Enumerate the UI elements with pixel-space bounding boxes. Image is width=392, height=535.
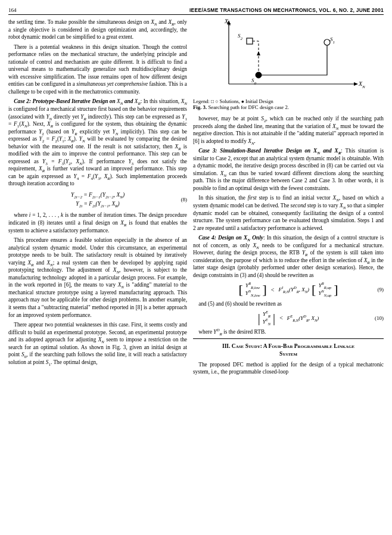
svg-marker-2: [354, 82, 358, 86]
svg-text:XN: XN: [358, 80, 365, 89]
equation-10: | YER YEN | < FER,N(YDR, XN) (10): [193, 310, 384, 325]
svg-text:XR: XR: [224, 18, 231, 27]
svg-text:S1: S1: [330, 36, 335, 45]
para-where-i: where i = 1, 2, . . . , k is the number …: [8, 211, 187, 234]
eq9-label: (9): [378, 287, 384, 293]
para-however: however, may be at point S2, which can b…: [193, 115, 384, 145]
two-column-content: the settling time. To make possible the …: [8, 18, 384, 528]
para-case2: Case 2: Prototype-Based Iterative Design…: [8, 98, 187, 188]
para-in-situation: In this situation, the first step is to …: [193, 194, 384, 232]
figure-3: XN XR S0: [193, 18, 384, 110]
fig-caption: Legend: □ ○ Solutions, ● Initial Design …: [193, 98, 384, 110]
svg-text:S2: S2: [238, 33, 243, 41]
page-header: 164 IEEE/ASME TRANSACTIONS ON MECHATRONI…: [8, 7, 384, 15]
para-where-desired: where YDR is the desired RTB.: [193, 328, 384, 336]
para-proposed: The proposed DFC method is applied for t…: [193, 361, 384, 376]
fig-label: Fig. 3.: [193, 104, 207, 110]
para-weaknesses: There appear two potential weaknesses in…: [8, 321, 187, 366]
svg-rect-10: [247, 38, 253, 44]
page: 164 IEEE/ASME TRANSACTIONS ON MECHATRONI…: [0, 0, 392, 535]
left-column: the settling time. To make possible the …: [8, 18, 187, 528]
svg-text:S0: S0: [251, 77, 257, 86]
section-divider: [193, 338, 384, 339]
fig-caption-text: Searching path for DFC design case 2.: [208, 104, 289, 110]
svg-point-8: [324, 39, 330, 45]
para-procedure: This procedure ensures a feasible soluti…: [8, 237, 187, 319]
equation-9: [ YRR,low YNN,low ] < FIR,N(YDR, XN) [ Y…: [193, 282, 384, 297]
eq10-label: (10): [375, 315, 384, 321]
para-settling: the settling time. To make possible the …: [8, 18, 187, 41]
page-number: 164: [8, 7, 17, 13]
para-case3: Case 3: Simulation-Based Iterative Desig…: [193, 147, 384, 192]
eq8-label: (8): [181, 197, 188, 203]
para-potential-weakness: There is a potential weakness in this de…: [8, 43, 187, 96]
para-and5-6: and (5) and (6) should be rewritten as: [193, 300, 384, 308]
right-column: XN XR S0: [193, 18, 384, 528]
section-3-title: III. Case Study: A Four-Bar Programmable…: [193, 343, 384, 359]
journal-title: IEEE/ASME TRANSACTIONS ON MECHATRONICS, …: [189, 7, 384, 13]
para-case4: Case 4: Design on XN Only: In this situa…: [193, 234, 384, 279]
svg-marker-12: [257, 51, 260, 55]
svg-point-6: [256, 72, 262, 78]
figure-diagram: XN XR S0: [211, 18, 366, 96]
equation-8: Y2i−2 = F2i−1(Y2i−2, XN) Y2i = F2i(Y2i−1…: [8, 191, 187, 209]
